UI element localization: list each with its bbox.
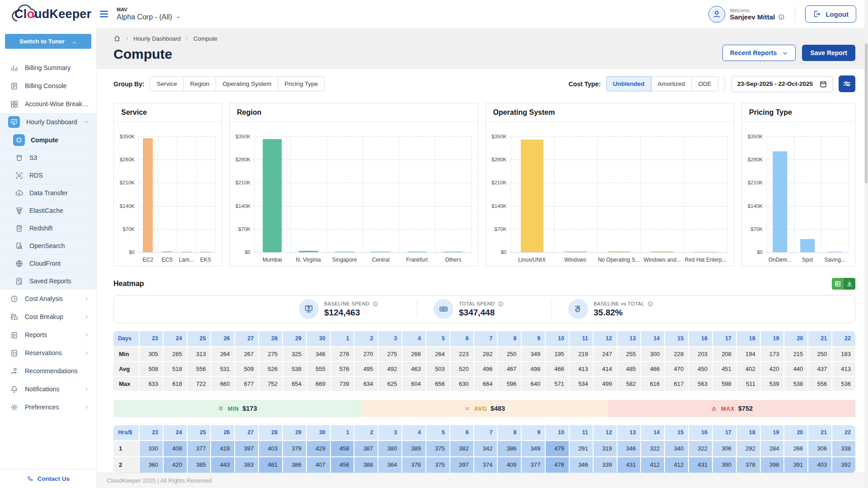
info-icon[interactable] <box>373 301 378 307</box>
user-avatar[interactable] <box>708 6 725 23</box>
sidebar-item-billing-console[interactable]: Billing Console <box>0 77 96 95</box>
value-cell: 387 <box>354 441 377 456</box>
home-icon[interactable] <box>113 35 121 42</box>
day-column-header: 24 <box>164 331 187 346</box>
value-cell: 342 <box>474 441 497 456</box>
info-icon[interactable] <box>498 301 504 307</box>
bar-central[interactable] <box>371 252 390 252</box>
value-cell: 386 <box>498 441 521 456</box>
sidebar-item-account-wise-breakup[interactable]: Account-Wise Breakup <box>0 95 96 113</box>
sidebar-item-opensearch[interactable]: OpenSearch <box>0 237 96 254</box>
day-column-header: 25 <box>188 425 211 440</box>
bar-linux-unix[interactable] <box>521 140 543 252</box>
info-icon[interactable] <box>647 301 653 307</box>
max-value: $752 <box>738 405 753 412</box>
value-cell: 375 <box>426 457 449 473</box>
value-cell: 275 <box>259 347 282 361</box>
hamburger-menu-icon[interactable] <box>99 9 109 19</box>
sidebar-item-saved-reports[interactable]: Saved Reports <box>0 272 96 290</box>
sidebar-item-redshift[interactable]: Redshift <box>0 219 96 237</box>
value-cell: 467 <box>498 362 521 376</box>
cloudkeeper-logo[interactable]: CloudKeeper <box>0 0 97 28</box>
sidebar-item-cloudfront[interactable]: CloudFront <box>0 254 96 272</box>
sidebar-item-notifications[interactable]: Notifications <box>0 380 96 398</box>
value-cell: 330 <box>140 441 163 456</box>
contact-us-button[interactable]: Contact Us <box>0 469 96 488</box>
bar-lam[interactable] <box>181 252 191 252</box>
sidebar-item-reports[interactable]: Reports <box>0 326 96 344</box>
bar-singapore[interactable] <box>335 252 354 252</box>
sidebar-item-compute[interactable]: Compute <box>0 131 96 149</box>
divider <box>795 6 795 22</box>
switch-to-tuner-button[interactable]: Switch to Tuner → <box>5 34 91 49</box>
bar-no-operating-s[interactable] <box>608 251 630 252</box>
filter-settings-button[interactable] <box>839 75 855 92</box>
value-cell: 598 <box>713 377 736 391</box>
sidebar-item-preferences[interactable]: Preferences <box>0 398 96 416</box>
scrollbar-thumb[interactable] <box>865 43 868 183</box>
bar-others[interactable] <box>444 252 463 252</box>
sidebar-item-cost-breakup[interactable]: Cost Breakup <box>0 308 96 326</box>
logout-button[interactable]: Logout <box>805 5 856 23</box>
bar-mumbai[interactable] <box>263 139 282 252</box>
day-column-header: 18 <box>737 331 760 346</box>
value-cell: 319 <box>594 441 617 456</box>
value-cell: 409 <box>498 457 521 473</box>
cost-type-unblended[interactable]: Unblended <box>606 76 651 91</box>
value-cell: 571 <box>546 377 569 391</box>
group-by-operating-system[interactable]: Operating System <box>216 76 278 91</box>
hours-heat-grid: Hrs/$23242526272829301234567891011121314… <box>113 425 855 473</box>
hourly-dashboard-icon <box>8 116 20 128</box>
bar-windows[interactable] <box>564 251 587 252</box>
bar-eks[interactable] <box>201 252 211 252</box>
value-cell: 383 <box>235 457 258 473</box>
date-range-picker[interactable]: 23-Sep-2025 - 22-Oct-2025 <box>731 76 833 92</box>
value-cell: 313 <box>188 347 211 361</box>
group-by-region[interactable]: Region <box>183 76 216 91</box>
value-cell: 377 <box>522 457 545 473</box>
x-axis: EC2ECSLam...EKS <box>138 252 215 263</box>
sidebar-item-recommendations[interactable]: Recommendations <box>0 362 96 380</box>
divider <box>552 300 552 318</box>
day-column-header: 25 <box>188 331 211 346</box>
sidebar-item-hourly-dashboard[interactable]: Hourly Dashboard <box>0 113 96 131</box>
bar-spot[interactable] <box>800 239 815 252</box>
download-icon[interactable] <box>844 278 855 290</box>
group-by-service[interactable]: Service <box>150 76 184 91</box>
sidebar-item-billing-summary[interactable]: Billing Summary <box>0 59 96 77</box>
cost-type-ode[interactable]: ODE <box>691 76 718 91</box>
value-cell: 664 <box>474 377 497 391</box>
y-tick: $210K <box>236 180 250 185</box>
value-cell: 322 <box>689 441 712 456</box>
bar-saving[interactable] <box>828 252 842 252</box>
day-column-header: 29 <box>283 331 306 346</box>
value-cell: 276 <box>331 347 354 361</box>
bar-ecs[interactable] <box>162 251 172 252</box>
value-cell: 339 <box>594 457 617 473</box>
bar-frankfurt[interactable] <box>408 252 427 252</box>
value-cell: 388 <box>354 457 377 473</box>
bar-ondem[interactable] <box>773 151 788 252</box>
cost-type-amortized[interactable]: Amortized <box>651 76 692 91</box>
sidebar-item-elasticache[interactable]: ElastiCache <box>0 202 96 219</box>
sidebar-item-reservations[interactable]: Reservations <box>0 344 96 362</box>
account-selector[interactable]: MAV Alpha Corp - (All) <box>117 7 181 21</box>
scrollbar[interactable] <box>864 0 868 488</box>
value-cell: 306 <box>713 441 736 456</box>
x-tick: Linux/UNIX <box>510 257 554 263</box>
group-by-pricing-type[interactable]: Pricing Type <box>278 76 325 91</box>
recent-reports-button[interactable]: Recent Reports <box>722 45 796 61</box>
export-excel-button[interactable] <box>832 278 844 290</box>
info-icon[interactable] <box>778 14 785 20</box>
day-column-header: 2 <box>354 425 377 440</box>
bar-n-virginia[interactable] <box>299 251 318 252</box>
sidebar-item-s3[interactable]: S3 <box>0 149 96 166</box>
sidebar-item-rds[interactable]: RDS <box>0 166 96 184</box>
breadcrumb-hourly-dashboard[interactable]: Hourly Dashboard <box>133 35 181 42</box>
bar-red-hat-enterp[interactable] <box>694 252 717 252</box>
sidebar-item-cost-analysis[interactable]: Cost Analysis <box>0 290 96 308</box>
bar-ec2[interactable] <box>143 138 153 252</box>
bar-windows-and[interactable] <box>651 251 674 252</box>
save-report-button[interactable]: Save Report <box>802 45 855 61</box>
sidebar-item-data-transfer[interactable]: Data Transfer <box>0 184 96 202</box>
